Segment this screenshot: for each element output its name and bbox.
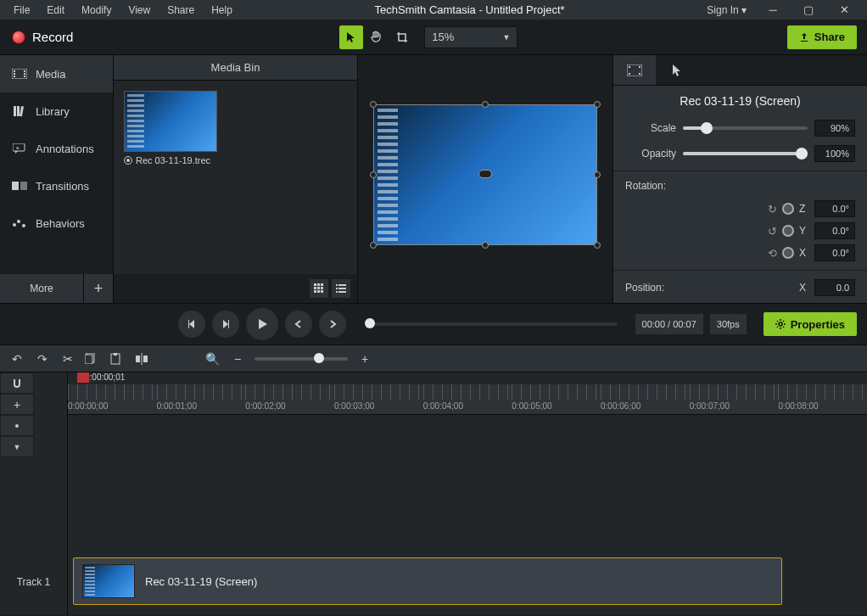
cut-button[interactable]: ✂	[59, 352, 76, 366]
svg-rect-39	[85, 355, 92, 364]
sidebar-item-media[interactable]: Media	[0, 55, 113, 92]
gear-icon	[775, 319, 786, 329]
resize-handle-se[interactable]	[594, 242, 601, 249]
sidebar-item-library[interactable]: Library	[0, 92, 113, 130]
media-clip[interactable]: Rec 03-11-19.trec	[124, 91, 217, 165]
opacity-value[interactable]: 100%	[814, 145, 855, 162]
sidebar-item-label: Annotations	[36, 143, 94, 155]
resize-handle-nw[interactable]	[370, 101, 377, 108]
menu-share[interactable]: Share	[159, 2, 203, 19]
filmstrip-icon	[627, 64, 642, 76]
list-view-button[interactable]	[332, 279, 350, 298]
properties-tab-visual[interactable]	[613, 55, 656, 85]
record-icon	[12, 31, 25, 44]
svg-text:a: a	[16, 145, 20, 150]
svg-rect-42	[136, 356, 140, 362]
play-button[interactable]	[246, 308, 278, 340]
svg-rect-7	[14, 106, 16, 116]
more-button[interactable]: More	[0, 274, 84, 303]
svg-rect-34	[629, 73, 630, 75]
undo-button[interactable]: ↶	[8, 352, 25, 366]
scale-value[interactable]: 90%	[814, 120, 855, 137]
window-close[interactable]: ✕	[826, 0, 862, 20]
menu-file[interactable]: File	[5, 2, 38, 19]
window-maximize[interactable]: ▢	[791, 0, 826, 20]
menu-modify[interactable]: Modify	[73, 2, 120, 19]
position-x-value[interactable]: 0.0	[814, 279, 855, 296]
zoom-in-button[interactable]: +	[356, 352, 373, 366]
window-minimize[interactable]: ─	[755, 0, 791, 20]
ruler-tick: 0:00:02;00	[245, 384, 334, 414]
record-button[interactable]: Record	[0, 20, 85, 54]
rotate-y-knob[interactable]	[782, 225, 794, 237]
menu-help[interactable]: Help	[203, 2, 241, 19]
add-media-button[interactable]: +	[84, 274, 113, 303]
playhead-marker[interactable]	[77, 372, 89, 383]
crop-tool[interactable]	[390, 25, 414, 49]
ruler-tick: 0:00:05;00	[512, 384, 601, 414]
canvas-clip[interactable]	[373, 104, 597, 245]
timeline-body[interactable]: Rec 03-11-19 (Screen)	[68, 415, 867, 615]
copy-button[interactable]	[85, 353, 102, 364]
next-frame-button[interactable]	[212, 311, 239, 338]
playback-slider[interactable]	[365, 322, 617, 326]
sidebar-item-transitions[interactable]: Transitions	[0, 167, 113, 204]
opacity-slider[interactable]	[683, 152, 808, 155]
rotation-handle[interactable]	[478, 170, 492, 178]
resize-handle-e[interactable]	[594, 171, 601, 178]
rotation-x-value[interactable]: 0.0°	[814, 244, 855, 261]
grid-view-button[interactable]	[310, 279, 328, 298]
add-track-button[interactable]: +	[0, 394, 34, 415]
playback-time: 00:00 / 00:07	[635, 314, 703, 334]
zoom-out-button[interactable]: −	[229, 352, 246, 366]
rotation-y-value[interactable]: 0.0°	[814, 222, 855, 239]
resize-handle-w[interactable]	[370, 171, 377, 178]
svg-rect-5	[24, 73, 25, 75]
canvas-area[interactable]	[358, 55, 612, 303]
rotate-z-knob[interactable]	[782, 203, 794, 215]
prev-clip-button[interactable]	[285, 311, 312, 338]
behaviors-icon	[12, 217, 27, 229]
svg-point-14	[13, 223, 16, 227]
redo-button[interactable]: ↷	[34, 352, 51, 366]
properties-tab-cursor[interactable]	[656, 55, 698, 85]
share-button[interactable]: Share	[787, 25, 857, 49]
rotation-z-value[interactable]: 0.0°	[814, 200, 855, 217]
svg-rect-28	[336, 288, 338, 289]
svg-rect-21	[317, 287, 320, 289]
svg-rect-33	[629, 66, 630, 68]
svg-rect-29	[338, 288, 346, 289]
split-button[interactable]	[136, 353, 153, 365]
timeline-clip-label: Rec 03-11-19 (Screen)	[145, 575, 257, 588]
timeline-magnet-button[interactable]	[0, 372, 34, 394]
resize-handle-sw[interactable]	[370, 242, 377, 249]
sidebar-item-annotations[interactable]: a Annotations	[0, 130, 113, 167]
prev-frame-button[interactable]	[178, 311, 205, 338]
properties-button[interactable]: Properties	[764, 312, 857, 336]
sidebar-item-behaviors[interactable]: Behaviors	[0, 204, 113, 242]
svg-rect-24	[317, 290, 320, 293]
svg-rect-9	[20, 106, 24, 116]
timeline-zoom-slider[interactable]	[255, 357, 348, 361]
menu-view[interactable]: View	[120, 2, 159, 19]
resize-handle-s[interactable]	[482, 242, 489, 249]
rotate-x-knob[interactable]	[782, 247, 794, 259]
sign-in-button[interactable]: Sign In ▾	[698, 4, 755, 16]
sidebar-item-label: Transitions	[36, 180, 89, 193]
timeline-ruler[interactable]: 0:00:00;00 0:00:01;00 0:00:02;00 0:00:03…	[68, 384, 867, 415]
pan-tool[interactable]	[365, 25, 389, 49]
next-clip-button[interactable]	[319, 311, 346, 338]
media-bin-header: Media Bin	[114, 55, 357, 81]
canvas-zoom-select[interactable]: 15% ▼	[424, 26, 517, 48]
resize-handle-n[interactable]	[482, 101, 489, 108]
svg-rect-22	[321, 287, 323, 289]
resize-handle-ne[interactable]	[594, 101, 601, 108]
pos-x-label: X	[799, 282, 809, 294]
pointer-tool[interactable]	[339, 25, 363, 49]
opacity-label: Opacity	[625, 148, 676, 160]
scale-slider[interactable]	[683, 126, 808, 130]
timeline-clip[interactable]: Rec 03-11-19 (Screen)	[73, 557, 782, 605]
menu-edit[interactable]: Edit	[38, 2, 73, 19]
upload-icon	[799, 32, 809, 42]
paste-button[interactable]	[110, 353, 127, 365]
